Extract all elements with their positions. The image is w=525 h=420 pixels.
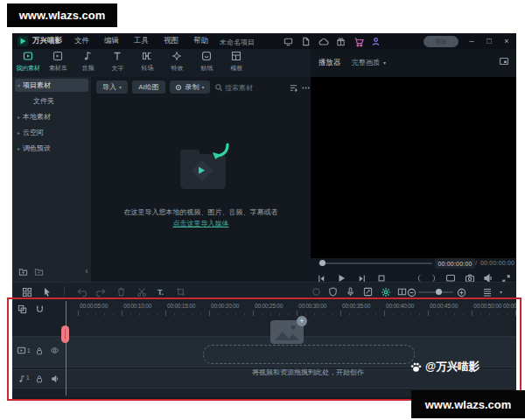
sidebar-item-local-media[interactable]: ▸ 本地素材	[15, 110, 88, 123]
new-folder-icon[interactable]	[18, 267, 28, 276]
maximize-button[interactable]: □	[483, 35, 495, 47]
sidebar-item-label: 文件夹	[33, 96, 54, 106]
more-options-icon[interactable]	[301, 83, 311, 93]
app-logo-icon	[18, 36, 28, 46]
menu-edit[interactable]: 编辑	[104, 36, 119, 46]
chroma-key-icon[interactable]	[327, 286, 339, 298]
tab-my-media[interactable]: 我的素材	[13, 51, 43, 75]
audio-icon	[82, 51, 93, 61]
transitions-icon	[142, 51, 152, 61]
ruler-label: 00:00:40:00	[386, 303, 414, 309]
tab-label: 特效	[171, 64, 183, 72]
audio-mute-icon[interactable]	[49, 373, 60, 384]
templates-icon	[231, 51, 242, 61]
display-mode-icon[interactable]	[283, 36, 294, 47]
menu-tools[interactable]: 工具	[134, 36, 149, 46]
time-separator: /	[475, 260, 477, 266]
minimize-button[interactable]: –	[466, 35, 478, 47]
zoom-out-icon[interactable]	[406, 287, 417, 298]
split-scissors-icon[interactable]	[136, 286, 147, 298]
voiceover-mic-icon[interactable]	[345, 286, 356, 298]
chevron-right-icon: ▸	[15, 130, 23, 136]
effects-icon	[172, 51, 182, 61]
ruler-label: 00:00:05:00	[80, 303, 108, 309]
seek-handle[interactable]	[319, 260, 326, 266]
menu-view[interactable]: 视图	[164, 36, 178, 46]
import-hint-text: 在这里导入您本地的视频、图片、音频、字幕或者	[91, 207, 311, 217]
ai-drawing-button[interactable]: AI绘图	[132, 80, 165, 94]
media-sidebar	[12, 77, 92, 282]
collapse-sidebar-button[interactable]: ‹	[82, 264, 91, 276]
video-visibility-eye-icon[interactable]	[49, 345, 60, 356]
import-media-link[interactable]: 点击这里导入媒体	[91, 219, 311, 228]
import-button[interactable]: 导入 ▾	[96, 80, 128, 94]
undo-icon[interactable]	[75, 286, 87, 298]
record-button[interactable]: 录制 ▾	[170, 80, 210, 94]
ruler-label: 00:00:20:00	[211, 303, 239, 309]
seek-bar[interactable]	[318, 262, 432, 264]
tab-effects[interactable]: 特效	[162, 51, 192, 75]
chevron-right-icon: ▸	[15, 145, 23, 151]
sidebar-item-cloud-space[interactable]: ▸ 云空间	[15, 126, 88, 139]
tab-stickers[interactable]: 贴纸	[192, 51, 221, 75]
sidebar-item-label: 调色预设	[23, 144, 51, 153]
tab-transitions[interactable]: 转场	[132, 51, 162, 75]
sidebar-item-color-presets[interactable]: ▸ 调色预设	[15, 142, 88, 155]
ruler-label: 00:00:45:00	[430, 303, 458, 309]
tab-templates[interactable]: 模板	[221, 51, 251, 75]
tab-audio[interactable]: 音频	[73, 51, 102, 75]
stock-media-icon	[52, 51, 63, 61]
batch-edit-icon[interactable]	[362, 286, 374, 298]
crop-icon[interactable]	[175, 286, 186, 298]
ruler-label: 00:00:30:00	[298, 303, 326, 309]
audio-lock-icon[interactable]	[33, 373, 45, 384]
playhead-handle[interactable]	[61, 326, 69, 343]
import-arrow-icon	[208, 142, 231, 164]
timeline-drop-zone[interactable]	[203, 345, 415, 364]
plugin-effects-icon[interactable]	[380, 286, 391, 298]
preview-window-icon[interactable]	[499, 56, 509, 66]
manage-tracks-icon[interactable]	[17, 304, 28, 315]
quality-dropdown[interactable]: 完整画质 ▾	[352, 58, 386, 67]
my-media-icon	[23, 51, 33, 61]
text-tool-icon[interactable]: T.	[155, 286, 166, 298]
snap-magnet-icon[interactable]	[34, 304, 46, 315]
chevron-down-icon: ▾	[119, 84, 122, 90]
chevron-more-icon[interactable]: ▾	[495, 286, 507, 298]
timeline-ruler[interactable]: 00:00:00:00 00:00:05:00 00:00:10:00 00:0…	[66, 301, 516, 316]
timeline-zoom-handle[interactable]	[436, 289, 442, 295]
search-input[interactable]	[223, 80, 291, 95]
media-browser-icon[interactable]	[21, 286, 32, 298]
delete-folder-icon[interactable]	[34, 267, 44, 276]
import-label: 导入	[102, 82, 116, 92]
close-button[interactable]: ×	[500, 35, 513, 47]
chevron-right-icon: ▸	[15, 114, 23, 120]
add-media-plus-badge[interactable]: +	[297, 316, 307, 326]
tab-label: 我的素材	[16, 64, 40, 72]
tab-text[interactable]: 文字	[102, 51, 132, 75]
video-track-icon	[16, 345, 27, 356]
sidebar-item-label: 项目素材	[23, 80, 51, 90]
delete-icon[interactable]	[116, 286, 127, 298]
cart-icon[interactable]	[353, 36, 364, 47]
track-height-icon[interactable]	[481, 286, 493, 298]
keyframe-icon[interactable]	[311, 286, 322, 298]
cloud-icon[interactable]	[318, 36, 329, 47]
search-icon	[214, 83, 223, 92]
tab-stock-media[interactable]: 素材库	[43, 51, 73, 75]
sidebar-item-project-media[interactable]: ▾ 项目素材	[15, 79, 88, 92]
zoom-in-icon[interactable]	[456, 287, 467, 298]
ruler-label: 00:00:15:00	[167, 303, 195, 309]
gift-icon[interactable]	[335, 36, 346, 47]
document-icon[interactable]	[300, 36, 312, 47]
playhead-line[interactable]	[66, 301, 66, 396]
ai-label: AI绘图	[138, 82, 159, 92]
top-watermark: www.wlazs.com	[7, 4, 117, 27]
export-button[interactable]: 导出	[424, 36, 458, 47]
redo-icon[interactable]	[95, 286, 107, 298]
video-lock-icon[interactable]	[33, 345, 45, 356]
user-account-icon[interactable]	[370, 36, 382, 47]
sort-filter-icon[interactable]	[289, 83, 298, 93]
menu-file[interactable]: 文件	[74, 36, 89, 46]
preview-video-area[interactable]	[311, 77, 516, 258]
